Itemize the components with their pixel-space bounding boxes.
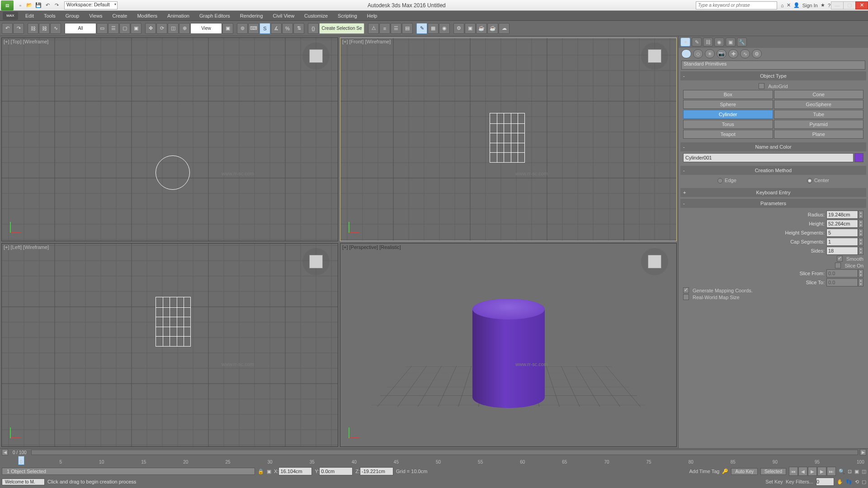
sub-shapes[interactable]: ◇ <box>693 49 703 58</box>
menu-group[interactable]: Group <box>61 12 84 19</box>
viewport-perspective[interactable]: [+] [Perspective] [Realistic] <box>340 243 677 447</box>
viewcube-front[interactable] <box>641 42 668 70</box>
tab-motion[interactable]: ◉ <box>714 38 724 47</box>
key-filters-button[interactable]: Key Filters... <box>786 479 813 484</box>
nav-zoom-icon[interactable]: 🔍 <box>839 469 845 474</box>
primitive-geosphere[interactable]: GeoSphere <box>774 100 864 109</box>
key-icon[interactable]: 🔑 <box>722 469 728 474</box>
timeline-right-arrow[interactable]: ▶ <box>860 449 866 455</box>
menu-scripting[interactable]: Scripting <box>333 12 362 19</box>
manipulate-button[interactable]: ⊚ <box>237 23 248 34</box>
bind-spacewarp-button[interactable]: ∿ <box>50 23 61 34</box>
undo-button[interactable]: ↶ <box>2 23 13 34</box>
nav-orbit-icon[interactable]: ⟲ <box>855 479 859 485</box>
maxscript-listener[interactable]: Welcome to M. <box>2 479 45 485</box>
tab-utilities[interactable]: 🔧 <box>737 38 747 47</box>
link-button[interactable]: ⛓ <box>28 23 38 34</box>
menu-modifiers[interactable]: Modifiers <box>132 12 162 19</box>
primitive-box[interactable]: Box <box>683 90 773 99</box>
timeline-left-arrow[interactable]: ◀ <box>2 449 8 455</box>
smooth-checkbox[interactable] <box>837 256 843 262</box>
sides-spinner[interactable]: ▲▼ <box>858 247 863 255</box>
sides-input[interactable] <box>826 247 858 255</box>
menu-animation[interactable]: Animation <box>163 12 194 19</box>
save-icon[interactable]: 💾 <box>34 1 42 9</box>
toggle-ribbon-button[interactable]: ▤ <box>402 23 413 34</box>
render-setup-button[interactable]: ⚙ <box>453 23 464 34</box>
primitive-teapot[interactable]: Teapot <box>683 130 773 139</box>
edge-radio[interactable] <box>717 178 723 183</box>
object-name-input[interactable] <box>683 153 854 162</box>
angle-snap-button[interactable]: ∡ <box>271 23 282 34</box>
menu-tools[interactable]: Tools <box>39 12 60 19</box>
y-input[interactable] <box>319 467 353 475</box>
app-menu-icon[interactable]: ▤ <box>1 0 14 10</box>
viewport-top[interactable]: [+] [Top] [Wireframe] <box>1 38 338 241</box>
use-center-button[interactable]: ▣ <box>222 23 233 34</box>
rollout-keyboard-entry[interactable]: Keyboard Entry <box>680 188 866 197</box>
menu-customize[interactable]: Customize <box>300 12 332 19</box>
auto-key-button[interactable]: Auto Key <box>731 468 758 475</box>
rotate-button[interactable]: ⟳ <box>156 23 167 34</box>
tab-create[interactable]: ✴ <box>680 38 690 47</box>
keyboard-shortcut-button[interactable]: ⌨ <box>248 23 259 34</box>
height-seg-input[interactable] <box>826 229 858 237</box>
viewcube-perspective[interactable] <box>641 248 668 275</box>
cylinder-object[interactable] <box>472 309 545 408</box>
radius-input[interactable] <box>826 211 858 219</box>
center-radio[interactable] <box>807 178 812 183</box>
goto-end-button[interactable]: ⏭ <box>827 467 836 476</box>
object-color-swatch[interactable] <box>854 153 863 162</box>
snap-toggle-button[interactable]: S <box>259 23 270 34</box>
selection-filter-dropdown[interactable]: All <box>65 23 96 34</box>
viewport-top-label[interactable]: [+] [Top] [Wireframe] <box>4 39 48 44</box>
primitive-cylinder[interactable]: Cylinder <box>683 110 773 119</box>
viewcube-top[interactable] <box>302 42 330 70</box>
rollout-parameters[interactable]: Parameters <box>680 199 866 208</box>
timeline-track[interactable] <box>31 450 858 455</box>
redo-button[interactable]: ↷ <box>13 23 24 34</box>
sub-systems[interactable]: ⚙ <box>752 49 762 58</box>
cylinder-left-wire[interactable] <box>156 297 191 347</box>
set-key-button[interactable]: Set Key <box>765 479 783 484</box>
cylinder-front-wire[interactable] <box>490 113 525 163</box>
current-frame-input[interactable] <box>816 478 834 486</box>
add-time-tag[interactable]: Add Time Tag <box>689 469 719 474</box>
open-icon[interactable]: 📂 <box>25 1 33 9</box>
sub-spacewarps[interactable]: ∿ <box>740 49 750 58</box>
render-iterative-button[interactable]: ☕ <box>487 23 498 34</box>
exchange-icon[interactable]: ✕ <box>787 2 791 8</box>
new-icon[interactable]: ▫ <box>16 1 24 9</box>
sub-helpers[interactable]: ✚ <box>728 49 738 58</box>
viewcube-left[interactable] <box>302 248 330 275</box>
tab-hierarchy[interactable]: ⛓ <box>703 38 713 47</box>
viewport-perspective-label[interactable]: [+] [Perspective] [Realistic] <box>342 244 401 250</box>
gen-mapping-checkbox[interactable] <box>683 287 689 293</box>
rendered-frame-button[interactable]: ▣ <box>465 23 476 34</box>
schematic-view-button[interactable]: ▦ <box>428 23 439 34</box>
prev-frame-button[interactable]: ◀ <box>798 467 807 476</box>
goto-start-button[interactable]: ⏮ <box>789 467 798 476</box>
curve-editor-button[interactable]: ✎ <box>416 23 427 34</box>
rollout-object-type[interactable]: Object Type <box>680 71 866 80</box>
layers-button[interactable]: ☰ <box>391 23 401 34</box>
render-production-button[interactable]: ☕ <box>476 23 487 34</box>
viewport-front-label[interactable]: [+] [Front] [Wireframe] <box>342 39 391 44</box>
primitive-cone[interactable]: Cone <box>774 90 864 99</box>
next-frame-button[interactable]: ▶ <box>817 467 826 476</box>
workspace-dropdown[interactable]: Workspace: Default <box>64 1 118 9</box>
autogrid-checkbox[interactable] <box>759 83 764 89</box>
sub-lights[interactable]: ☀ <box>705 49 715 58</box>
select-object-button[interactable]: ▭ <box>97 23 108 34</box>
viewport-left-label[interactable]: [+] [Left] [Wireframe] <box>4 244 49 250</box>
menu-help[interactable]: Help <box>363 12 382 19</box>
primitive-torus[interactable]: Torus <box>683 120 773 129</box>
menu-graph-editors[interactable]: Graph Editors <box>195 12 235 19</box>
named-selection-dropdown[interactable]: Create Selection Se <box>319 23 364 34</box>
signin-icon[interactable]: 👤 <box>793 2 800 8</box>
isolate-icon[interactable]: ▣ <box>267 469 271 474</box>
height-input[interactable] <box>826 220 858 228</box>
sub-geometry[interactable]: ○ <box>681 49 691 58</box>
placement-button[interactable]: ⊕ <box>179 23 190 34</box>
x-input[interactable] <box>278 467 312 475</box>
